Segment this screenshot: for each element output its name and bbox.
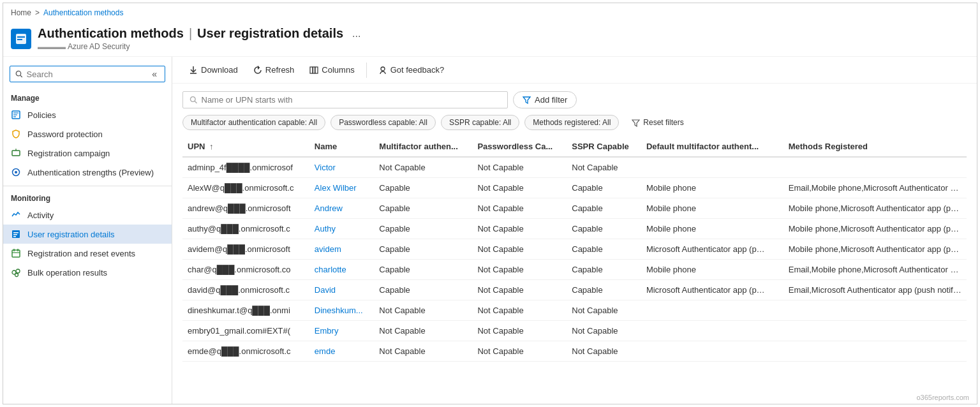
cell-name[interactable]: Authy (309, 219, 375, 239)
refresh-button[interactable]: Refresh (247, 62, 301, 78)
cell-methods (783, 157, 967, 178)
feedback-button[interactable]: Got feedback? (372, 62, 451, 78)
sidebar-item-registration-reset-events[interactable]: Registration and reset events (3, 244, 172, 263)
cell-methods: Email,Mobile phone,Microsoft Authenticat… (783, 260, 967, 280)
sort-icon-upn: ↑ (209, 142, 214, 151)
sidebar: « Manage Policies Password protection (3, 57, 172, 404)
cell-methods: Email,Microsoft Authenticator app (push … (783, 280, 967, 300)
table-row: AlexW@q███.onmicrosoft.c Alex Wilber Cap… (182, 178, 967, 198)
cell-mfa: Capable (374, 198, 472, 219)
table-header-row: UPN ↑ Name Multifactor authen... Passwor… (182, 135, 967, 157)
cell-methods (783, 321, 967, 341)
cell-passwordless: Not Capable (472, 341, 567, 362)
events-icon (11, 248, 21, 258)
sidebar-item-policies[interactable]: Policies (3, 105, 172, 124)
sidebar-item-activity[interactable]: Activity (3, 205, 172, 225)
cell-methods: Email,Mobile phone,Microsoft Authenticat… (783, 178, 967, 198)
filter-search-box[interactable] (182, 91, 508, 108)
cell-name[interactable]: avidem (309, 239, 375, 260)
refresh-label: Refresh (265, 65, 295, 75)
cell-sspr: Capable (567, 239, 641, 260)
reset-filters-button[interactable]: Reset filters (627, 115, 688, 130)
cell-default-mfa (641, 341, 783, 362)
svg-rect-9 (12, 151, 20, 156)
cell-mfa: Not Capable (374, 321, 472, 341)
details-icon (11, 229, 21, 239)
download-button[interactable]: Download (182, 62, 244, 78)
svg-point-3 (16, 71, 20, 75)
svg-rect-27 (313, 67, 315, 73)
cell-name[interactable]: David (309, 280, 375, 300)
filter-area: Add filter Multifactor authentication ca… (172, 84, 977, 135)
columns-icon (309, 66, 318, 75)
cell-default-mfa: Mobile phone (641, 178, 783, 198)
cell-name[interactable]: Victor (309, 157, 375, 178)
page-title-separator: | (189, 26, 192, 41)
filter-icon (523, 96, 531, 104)
cell-sspr: Capable (567, 219, 641, 239)
watermark: o365reports.com (172, 391, 977, 404)
filter-search-row: Add filter (182, 91, 967, 108)
cell-passwordless: Not Capable (472, 178, 567, 198)
cell-mfa: Capable (374, 260, 472, 280)
breadcrumb-home[interactable]: Home (11, 8, 31, 17)
policy-icon (11, 110, 21, 120)
sidebar-item-bulk-operation-results[interactable]: Bulk operation results (3, 263, 172, 282)
svg-rect-16 (13, 236, 16, 237)
sidebar-item-auth-strengths[interactable]: Authentication strengths (Preview) (3, 163, 172, 182)
filter-chip-mfa[interactable]: Multifactor authentication capable: All (182, 115, 325, 130)
filter-chip-sspr[interactable]: SSPR capable: All (441, 115, 519, 130)
cell-sspr: Not Capable (567, 341, 641, 362)
col-methods: Methods Registered (783, 135, 967, 157)
toolbar-divider (366, 63, 367, 78)
svg-rect-15 (13, 234, 17, 235)
svg-rect-26 (310, 67, 313, 73)
breadcrumb-current[interactable]: Authentication methods (43, 8, 123, 17)
col-upn: UPN ↑ (182, 135, 309, 157)
col-mfa: Multifactor authen... (374, 135, 472, 157)
cell-sspr: Capable (567, 198, 641, 219)
cell-upn: authy@q███.onmicrosoft.c (182, 219, 309, 239)
table-row: avidem@q███.onmicrosoft avidem Capable N… (182, 239, 967, 260)
svg-rect-14 (13, 232, 19, 233)
cell-name[interactable]: charlotte (309, 260, 375, 280)
table-row: authy@q███.onmicrosoft.c Authy Capable N… (182, 219, 967, 239)
search-icon (15, 70, 23, 78)
page-title-sub: User registration details (197, 26, 343, 41)
cell-name[interactable]: emde (309, 341, 375, 362)
sidebar-search-box[interactable]: « (10, 66, 165, 82)
sidebar-item-password-protection[interactable]: Password protection (3, 124, 172, 144)
cell-mfa: Not Capable (374, 157, 472, 178)
sidebar-item-user-registration-details[interactable]: User registration details (3, 225, 172, 244)
sidebar-item-label: Registration campaign (27, 149, 110, 158)
sidebar-collapse-btn[interactable]: « (149, 69, 160, 79)
cell-name[interactable]: Alex Wilber (309, 178, 375, 198)
strength-icon (11, 167, 21, 177)
cell-upn: andrew@q███.onmicrosoft (182, 198, 309, 219)
cell-name[interactable]: Embry (309, 321, 375, 341)
add-filter-label: Add filter (535, 95, 567, 105)
svg-line-31 (195, 101, 197, 103)
upn-search-input[interactable] (202, 95, 501, 105)
svg-rect-1 (17, 36, 25, 38)
sidebar-search-input[interactable] (27, 70, 146, 79)
main-content: Download Refresh Columns Got feedback? (172, 57, 977, 404)
sidebar-item-registration-campaign[interactable]: Registration campaign (3, 144, 172, 163)
cell-default-mfa: Mobile phone (641, 260, 783, 280)
cell-name[interactable]: Andrew (309, 198, 375, 219)
cell-sspr: Capable (567, 260, 641, 280)
cell-mfa: Capable (374, 239, 472, 260)
cell-upn: char@q███.onmicrosoft.co (182, 260, 309, 280)
add-filter-button[interactable]: Add filter (513, 91, 577, 108)
sidebar-section-monitoring: Monitoring (3, 190, 172, 205)
page-title-area: Authentication methods | User registrati… (38, 26, 364, 51)
ellipsis-menu-btn[interactable]: ... (348, 27, 364, 41)
cell-name[interactable]: Dineshkum... (309, 300, 375, 321)
sidebar-item-label: Password protection (27, 130, 103, 139)
filter-chip-passwordless[interactable]: Passwordless capable: All (330, 115, 436, 130)
cell-sspr: Not Capable (567, 321, 641, 341)
columns-button[interactable]: Columns (303, 62, 360, 78)
filter-chip-methods[interactable]: Methods registered: All (524, 115, 619, 130)
cell-methods: Mobile phone,Microsoft Authenticator app… (783, 198, 967, 219)
svg-point-12 (15, 171, 17, 174)
